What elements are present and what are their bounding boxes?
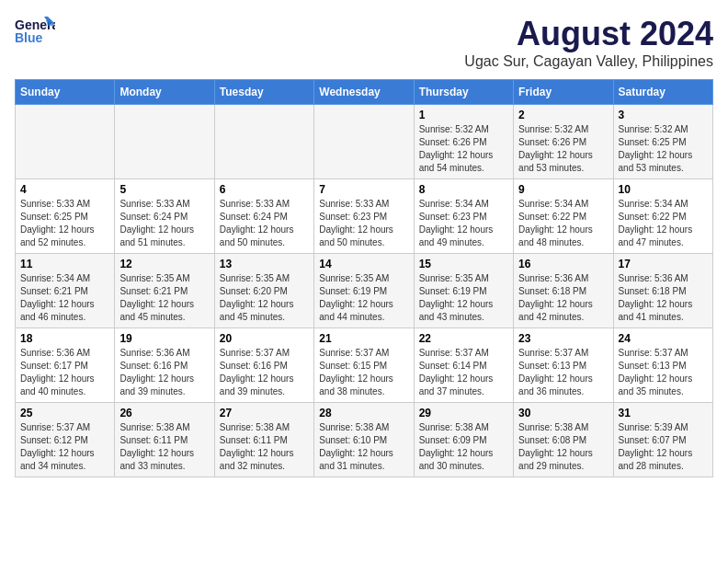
calendar-cell: [314, 105, 414, 179]
calendar-cell: 14Sunrise: 5:35 AM Sunset: 6:19 PM Dayli…: [314, 254, 414, 328]
day-info: Sunrise: 5:36 AM Sunset: 6:18 PM Dayligh…: [619, 272, 708, 324]
calendar-cell: [115, 105, 214, 179]
day-info: Sunrise: 5:38 AM Sunset: 6:08 PM Dayligh…: [518, 421, 608, 473]
calendar-cell: [214, 105, 313, 179]
day-number: 14: [319, 258, 408, 270]
day-info: Sunrise: 5:37 AM Sunset: 6:16 PM Dayligh…: [220, 347, 309, 398]
day-info: Sunrise: 5:34 AM Sunset: 6:21 PM Dayligh…: [20, 272, 109, 324]
calendar-cell: 4Sunrise: 5:33 AM Sunset: 6:25 PM Daylig…: [16, 179, 115, 254]
day-info: Sunrise: 5:37 AM Sunset: 6:13 PM Dayligh…: [619, 347, 708, 398]
day-info: Sunrise: 5:36 AM Sunset: 6:18 PM Dayligh…: [518, 272, 608, 324]
day-number: 19: [119, 332, 209, 345]
day-info: Sunrise: 5:35 AM Sunset: 6:19 PM Dayligh…: [419, 272, 508, 324]
subtitle: Ugac Sur, Cagayan Valley, Philippines: [464, 53, 713, 70]
calendar-cell: 24Sunrise: 5:37 AM Sunset: 6:13 PM Dayli…: [613, 328, 712, 403]
day-of-week-header: Monday: [115, 80, 214, 105]
day-info: Sunrise: 5:38 AM Sunset: 6:11 PM Dayligh…: [119, 421, 209, 473]
calendar-cell: 21Sunrise: 5:37 AM Sunset: 6:15 PM Dayli…: [314, 328, 414, 403]
day-info: Sunrise: 5:37 AM Sunset: 6:12 PM Dayligh…: [20, 421, 109, 473]
calendar-cell: 11Sunrise: 5:34 AM Sunset: 6:21 PM Dayli…: [16, 254, 115, 328]
day-info: Sunrise: 5:34 AM Sunset: 6:23 PM Dayligh…: [419, 198, 508, 249]
day-info: Sunrise: 5:36 AM Sunset: 6:17 PM Dayligh…: [20, 347, 109, 398]
title-area: August 2024 Ugac Sur, Cagayan Valley, Ph…: [464, 15, 713, 70]
day-number: 29: [419, 407, 508, 419]
day-number: 17: [619, 258, 708, 270]
calendar-cell: 23Sunrise: 5:37 AM Sunset: 6:13 PM Dayli…: [514, 328, 613, 403]
calendar-cell: 3Sunrise: 5:32 AM Sunset: 6:25 PM Daylig…: [613, 105, 712, 179]
day-info: Sunrise: 5:33 AM Sunset: 6:24 PM Dayligh…: [220, 198, 309, 249]
day-info: Sunrise: 5:38 AM Sunset: 6:09 PM Dayligh…: [419, 421, 508, 473]
calendar-cell: 10Sunrise: 5:34 AM Sunset: 6:22 PM Dayli…: [613, 179, 712, 254]
day-info: Sunrise: 5:39 AM Sunset: 6:07 PM Dayligh…: [619, 421, 708, 473]
day-number: 1: [419, 109, 508, 121]
calendar-cell: 18Sunrise: 5:36 AM Sunset: 6:17 PM Dayli…: [16, 328, 115, 403]
calendar-cell: 13Sunrise: 5:35 AM Sunset: 6:20 PM Dayli…: [214, 254, 313, 328]
day-number: 13: [220, 258, 309, 270]
day-info: Sunrise: 5:32 AM Sunset: 6:26 PM Dayligh…: [518, 123, 608, 175]
calendar-table: SundayMondayTuesdayWednesdayThursdayFrid…: [15, 79, 713, 477]
day-info: Sunrise: 5:38 AM Sunset: 6:10 PM Dayligh…: [319, 421, 408, 473]
calendar-week-row: 4Sunrise: 5:33 AM Sunset: 6:25 PM Daylig…: [16, 179, 713, 254]
day-number: 27: [220, 407, 309, 419]
day-info: Sunrise: 5:36 AM Sunset: 6:16 PM Dayligh…: [119, 347, 209, 398]
day-info: Sunrise: 5:33 AM Sunset: 6:25 PM Dayligh…: [20, 198, 109, 249]
calendar-cell: 27Sunrise: 5:38 AM Sunset: 6:11 PM Dayli…: [214, 403, 313, 477]
calendar-cell: 8Sunrise: 5:34 AM Sunset: 6:23 PM Daylig…: [414, 179, 513, 254]
day-of-week-header: Wednesday: [314, 80, 414, 105]
calendar-cell: 15Sunrise: 5:35 AM Sunset: 6:19 PM Dayli…: [414, 254, 513, 328]
calendar-cell: 9Sunrise: 5:34 AM Sunset: 6:22 PM Daylig…: [514, 179, 613, 254]
calendar-cell: 28Sunrise: 5:38 AM Sunset: 6:10 PM Dayli…: [314, 403, 414, 477]
day-number: 15: [419, 258, 508, 270]
main-title: August 2024: [464, 15, 713, 53]
day-number: 26: [119, 407, 209, 419]
day-info: Sunrise: 5:35 AM Sunset: 6:20 PM Dayligh…: [220, 272, 309, 324]
day-number: 18: [20, 332, 109, 345]
calendar-cell: 7Sunrise: 5:33 AM Sunset: 6:23 PM Daylig…: [314, 179, 414, 254]
day-number: 5: [119, 183, 209, 196]
calendar-cell: 22Sunrise: 5:37 AM Sunset: 6:14 PM Dayli…: [414, 328, 513, 403]
calendar-cell: 16Sunrise: 5:36 AM Sunset: 6:18 PM Dayli…: [514, 254, 613, 328]
day-number: 16: [518, 258, 608, 270]
calendar-cell: 5Sunrise: 5:33 AM Sunset: 6:24 PM Daylig…: [115, 179, 214, 254]
calendar-cell: 30Sunrise: 5:38 AM Sunset: 6:08 PM Dayli…: [514, 403, 613, 477]
day-info: Sunrise: 5:35 AM Sunset: 6:21 PM Dayligh…: [119, 272, 209, 324]
day-number: 20: [220, 332, 309, 345]
calendar-cell: 17Sunrise: 5:36 AM Sunset: 6:18 PM Dayli…: [613, 254, 712, 328]
day-number: 2: [518, 109, 608, 121]
day-info: Sunrise: 5:35 AM Sunset: 6:19 PM Dayligh…: [319, 272, 408, 324]
calendar-cell: 29Sunrise: 5:38 AM Sunset: 6:09 PM Dayli…: [414, 403, 513, 477]
day-info: Sunrise: 5:32 AM Sunset: 6:25 PM Dayligh…: [619, 123, 708, 175]
day-number: 8: [419, 183, 508, 196]
day-of-week-header: Sunday: [16, 80, 115, 105]
day-info: Sunrise: 5:32 AM Sunset: 6:26 PM Dayligh…: [419, 123, 508, 175]
day-number: 3: [619, 109, 708, 121]
calendar-cell: 25Sunrise: 5:37 AM Sunset: 6:12 PM Dayli…: [16, 403, 115, 477]
day-number: 28: [319, 407, 408, 419]
calendar-cell: 2Sunrise: 5:32 AM Sunset: 6:26 PM Daylig…: [514, 105, 613, 179]
day-info: Sunrise: 5:37 AM Sunset: 6:13 PM Dayligh…: [518, 347, 608, 398]
logo: General Blue: [15, 15, 55, 50]
calendar-cell: [16, 105, 115, 179]
day-info: Sunrise: 5:33 AM Sunset: 6:24 PM Dayligh…: [119, 198, 209, 249]
day-number: 9: [518, 183, 608, 196]
day-info: Sunrise: 5:34 AM Sunset: 6:22 PM Dayligh…: [518, 198, 608, 249]
calendar-week-row: 25Sunrise: 5:37 AM Sunset: 6:12 PM Dayli…: [16, 403, 713, 477]
calendar-cell: 1Sunrise: 5:32 AM Sunset: 6:26 PM Daylig…: [414, 105, 513, 179]
calendar-cell: 12Sunrise: 5:35 AM Sunset: 6:21 PM Dayli…: [115, 254, 214, 328]
day-number: 12: [119, 258, 209, 270]
calendar-cell: 31Sunrise: 5:39 AM Sunset: 6:07 PM Dayli…: [613, 403, 712, 477]
day-of-week-header: Saturday: [613, 80, 712, 105]
logo-icon: General Blue: [15, 15, 55, 50]
calendar-cell: 6Sunrise: 5:33 AM Sunset: 6:24 PM Daylig…: [214, 179, 313, 254]
day-info: Sunrise: 5:33 AM Sunset: 6:23 PM Dayligh…: [319, 198, 408, 249]
day-of-week-header: Thursday: [414, 80, 513, 105]
day-number: 11: [20, 258, 109, 270]
day-number: 21: [319, 332, 408, 345]
calendar-week-row: 1Sunrise: 5:32 AM Sunset: 6:26 PM Daylig…: [16, 105, 713, 179]
svg-text:Blue: Blue: [15, 30, 43, 45]
day-of-week-header: Friday: [514, 80, 613, 105]
header: General Blue August 2024 Ugac Sur, Cagay…: [15, 15, 713, 70]
day-of-week-header: Tuesday: [214, 80, 313, 105]
day-number: 4: [20, 183, 109, 196]
calendar-cell: 26Sunrise: 5:38 AM Sunset: 6:11 PM Dayli…: [115, 403, 214, 477]
